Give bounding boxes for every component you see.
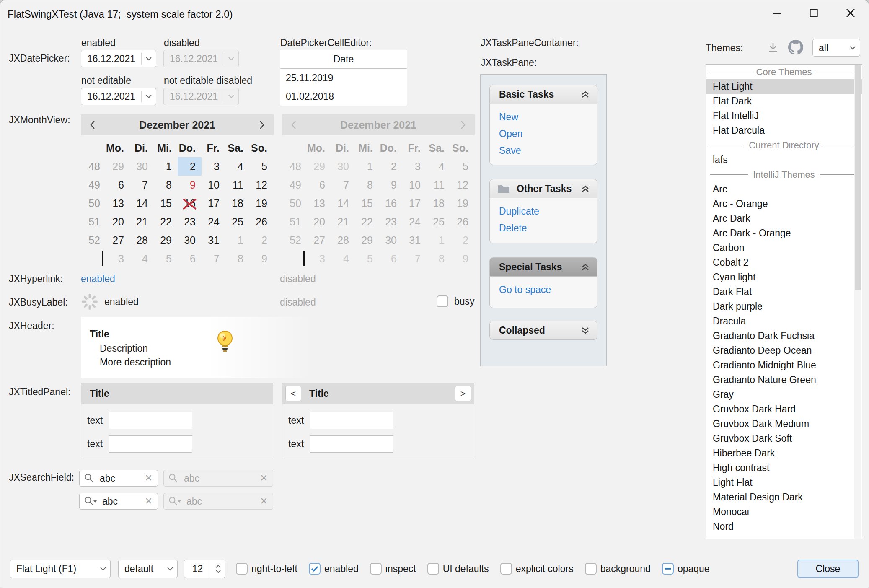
- maximize-button[interactable]: [795, 0, 832, 26]
- search-menu-icon[interactable]: [84, 496, 97, 507]
- taskpane-link[interactable]: Duplicate: [499, 206, 597, 217]
- text-field[interactable]: [109, 435, 192, 453]
- font-size-spinner[interactable]: 12: [184, 560, 225, 578]
- checkbox-explicit-colors[interactable]: explicit colors: [500, 563, 574, 575]
- expand-chevron-icon[interactable]: [581, 326, 597, 334]
- calendar-day[interactable]: 5: [154, 249, 178, 268]
- taskpane-link[interactable]: Open: [499, 128, 597, 140]
- table-row[interactable]: 01.02.2018: [280, 87, 407, 106]
- calendar-day[interactable]: 8: [154, 176, 178, 194]
- taskpane-header[interactable]: Collapsed: [489, 321, 597, 340]
- calendar-day[interactable]: 24: [202, 212, 225, 231]
- taskpane-header[interactable]: Other Tasks: [489, 179, 597, 198]
- taskpane-link[interactable]: Save: [499, 145, 597, 156]
- close-button[interactable]: Close: [797, 560, 859, 578]
- taskpane-link[interactable]: Go to space: [499, 284, 597, 295]
- theme-list-item[interactable]: Light Flat: [706, 475, 862, 490]
- calendar-day[interactable]: 29: [154, 231, 178, 249]
- calendar-day[interactable]: 18: [225, 194, 249, 212]
- checkbox-box[interactable]: [662, 563, 674, 575]
- hyperlink-enabled[interactable]: enabled: [81, 273, 115, 285]
- taskpane-link[interactable]: New: [499, 111, 597, 123]
- calendar-day[interactable]: 14: [130, 194, 154, 212]
- theme-list-item[interactable]: Gruvbox Dark Hard: [706, 402, 862, 417]
- taskpane-link[interactable]: Delete: [499, 223, 597, 234]
- calendar-day[interactable]: 2: [178, 157, 202, 176]
- minimize-button[interactable]: [758, 0, 795, 26]
- theme-list-item[interactable]: Flat Dark: [706, 94, 862, 109]
- theme-list-item[interactable]: Dark purple: [706, 299, 862, 314]
- collapse-chevron-icon[interactable]: [581, 184, 597, 193]
- github-icon[interactable]: [788, 40, 803, 57]
- theme-list-item[interactable]: Gruvbox Dark Soft: [706, 431, 862, 446]
- theme-list-item[interactable]: Arc Dark: [706, 211, 862, 226]
- checkbox-background[interactable]: background: [585, 563, 651, 575]
- theme-list-item[interactable]: Gray: [706, 387, 862, 402]
- search-input[interactable]: abc: [97, 496, 145, 507]
- theme-list-item[interactable]: Gradianto Nature Green: [706, 373, 862, 387]
- calendar-day[interactable]: 15: [154, 194, 178, 212]
- theme-list-item[interactable]: Gruvbox Dark Medium: [706, 417, 862, 431]
- calendar-day[interactable]: 9: [249, 249, 273, 268]
- theme-list-item[interactable]: Flat Darcula: [706, 123, 862, 138]
- checkbox-inspect[interactable]: inspect: [370, 563, 416, 575]
- calendar-day[interactable]: 20: [106, 212, 130, 231]
- calendar-day[interactable]: 8: [225, 249, 249, 268]
- calendar-day[interactable]: 30: [178, 231, 202, 249]
- checkbox-box[interactable]: [585, 563, 597, 575]
- calendar-day[interactable]: 26: [249, 212, 273, 231]
- laf-combo[interactable]: Flat Light (F1): [10, 560, 111, 578]
- theme-list-item[interactable]: Flat IntelliJ: [706, 109, 862, 123]
- theme-list-item[interactable]: Monocai: [706, 505, 862, 519]
- checkbox-box[interactable]: [309, 563, 321, 575]
- calendar-day[interactable]: 19: [249, 194, 273, 212]
- chevron-down-icon[interactable]: [142, 57, 156, 61]
- calendar-day[interactable]: 13: [106, 194, 130, 212]
- calendar-day[interactable]: 7: [130, 176, 154, 194]
- calendar-day[interactable]: 11: [225, 176, 249, 194]
- checkbox-ui-defaults[interactable]: UI defaults: [427, 563, 489, 575]
- theme-list-item[interactable]: lafs: [706, 153, 862, 167]
- calendar-day[interactable]: 7: [202, 249, 225, 268]
- calendar-day[interactable]: 4: [130, 249, 154, 268]
- variant-combo[interactable]: default: [118, 560, 178, 578]
- text-field[interactable]: [310, 435, 393, 453]
- themes-filter-combo[interactable]: all: [812, 39, 860, 57]
- theme-list-item[interactable]: Gradianto Midnight Blue: [706, 358, 862, 373]
- checkbox-opaque[interactable]: opaque: [662, 563, 710, 575]
- theme-list-item[interactable]: Hiberbee Dark: [706, 446, 862, 461]
- calendar-day[interactable]: 1: [225, 231, 249, 249]
- checkbox-box[interactable]: [500, 563, 512, 575]
- calendar-day[interactable]: 16: [178, 194, 202, 212]
- calendar-day[interactable]: 3: [106, 249, 130, 268]
- calendar-day[interactable]: 5: [249, 157, 273, 176]
- calendar-day[interactable]: 12: [249, 176, 273, 194]
- calendar-day[interactable]: 10: [202, 176, 225, 194]
- search-input[interactable]: abc: [95, 473, 145, 484]
- calendar-day[interactable]: 1: [154, 157, 178, 176]
- theme-list-item[interactable]: Gradianto Dark Fuchsia: [706, 329, 862, 343]
- theme-list-item[interactable]: Gradianto Deep Ocean: [706, 343, 862, 358]
- calendar-day[interactable]: 3: [202, 157, 225, 176]
- download-icon[interactable]: [766, 40, 780, 56]
- theme-list-item[interactable]: Material Design Dark: [706, 490, 862, 505]
- taskpane-header[interactable]: Basic Tasks: [489, 85, 597, 104]
- title-nav-right-button[interactable]: >: [455, 386, 471, 401]
- close-window-button[interactable]: [832, 0, 869, 26]
- theme-list-item[interactable]: High contrast: [706, 461, 862, 475]
- calendar-day[interactable]: 17: [202, 194, 225, 212]
- theme-list-item[interactable]: Dark Flat: [706, 285, 862, 299]
- date-column-header[interactable]: Date: [280, 50, 407, 69]
- calendar-day[interactable]: 4: [225, 157, 249, 176]
- calendar-day[interactable]: 23: [178, 212, 202, 231]
- collapse-chevron-icon[interactable]: [581, 263, 597, 271]
- calendar-day[interactable]: 30: [130, 157, 154, 176]
- checkbox-box[interactable]: [370, 563, 382, 575]
- datepicker-not-editable[interactable]: 16.12.2021: [81, 88, 156, 105]
- calendar-day[interactable]: 21: [130, 212, 154, 231]
- calendar-day[interactable]: 25: [225, 212, 249, 231]
- calendar-day[interactable]: 9: [178, 176, 202, 194]
- table-row[interactable]: 25.11.2019: [280, 69, 407, 87]
- chevron-down-icon[interactable]: [142, 94, 156, 98]
- search-field-with-menu[interactable]: abc ✕: [79, 493, 158, 510]
